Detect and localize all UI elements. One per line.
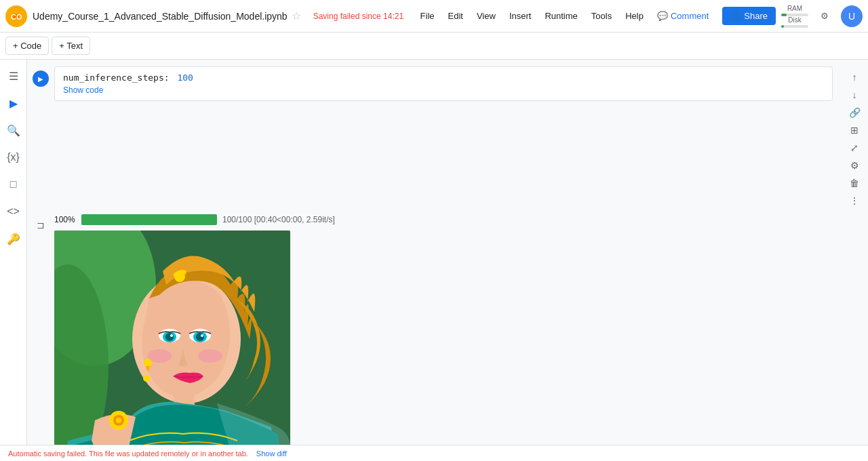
avatar[interactable]: U <box>841 5 863 27</box>
notebook-title[interactable]: Udemy_Course_1_Advanced_Stable_Diffusion… <box>33 11 288 22</box>
comment-icon: 💬 <box>657 11 668 21</box>
cell-body: num_inference_steps: 100 Show code <box>54 66 833 101</box>
colab-logo[interactable]: CO <box>5 5 27 27</box>
comment-button[interactable]: 💬 Comment <box>649 7 717 25</box>
output-gutter: ⊐ <box>27 214 54 232</box>
title-area: Udemy_Course_1_Advanced_Stable_Diffusion… <box>33 9 415 22</box>
more-cell-icon[interactable]: ⋮ <box>846 193 863 209</box>
show-diff-link[interactable]: Show diff <box>256 449 287 458</box>
menu-tools[interactable]: Tools <box>586 8 617 24</box>
star-icon[interactable]: ☆ <box>292 9 301 22</box>
top-right-controls: 💬 Comment 👤 Share RAM Disk ⚙ U <box>649 5 863 28</box>
progress-track <box>81 214 217 225</box>
progress-fill <box>81 214 217 225</box>
svg-point-18 <box>144 359 152 367</box>
toolbar: + Code + Text <box>0 33 868 60</box>
menu-view[interactable]: View <box>471 8 501 24</box>
progress-label: 100/100 [00:40<00:00, 2.59it/s] <box>222 215 335 224</box>
sidebar-secrets-icon[interactable]: 🔑 <box>3 228 24 249</box>
run-button[interactable]: ▶ <box>33 71 49 87</box>
cell-settings-icon[interactable]: ⚙ <box>846 157 863 174</box>
sidebar-code-icon[interactable]: <> <box>3 201 24 222</box>
code-value[interactable]: 100 <box>177 73 193 83</box>
output-cell: ⊐ 100% 100/100 [00:40<00:00, 2.59it/s] <box>27 213 868 445</box>
menu-file[interactable]: File <box>415 8 440 24</box>
left-sidebar: ☰ ▶ 🔍 {x} □ <> 🔑 <box>0 60 27 445</box>
share-icon: 👤 <box>730 11 741 21</box>
svg-point-10 <box>165 333 174 341</box>
sidebar-variables-icon[interactable]: {x} <box>3 146 24 168</box>
sidebar-toc-icon[interactable]: ☰ <box>3 65 24 87</box>
svg-text:CO: CO <box>11 13 22 21</box>
cell-gutter: ▶ <box>27 66 54 87</box>
svg-point-11 <box>170 334 173 337</box>
menu-edit[interactable]: Edit <box>443 8 469 24</box>
expand-output-icon[interactable]: ⊐ <box>34 218 47 232</box>
statusbar: Automatic saving failed. This file was u… <box>0 445 868 461</box>
progress-percent: 100% <box>54 215 76 224</box>
svg-point-19 <box>143 375 150 382</box>
svg-point-15 <box>201 334 203 337</box>
menu-runtime[interactable]: Runtime <box>539 8 583 24</box>
copy-cell-icon[interactable]: ⊞ <box>846 122 863 138</box>
settings-button[interactable]: ⚙ <box>814 5 835 27</box>
link-icon[interactable]: 🔗 <box>846 104 863 121</box>
move-down-icon[interactable]: ↓ <box>846 87 863 103</box>
sidebar-files-icon[interactable]: □ <box>3 174 24 195</box>
delete-cell-icon[interactable]: 🗑 <box>846 175 863 191</box>
move-up-icon[interactable]: ↑ <box>846 69 863 85</box>
progress-row: 100% 100/100 [00:40<00:00, 2.59it/s] <box>54 214 857 225</box>
code-key: num_inference_steps: <box>63 73 170 83</box>
menu-help[interactable]: Help <box>620 8 649 24</box>
sidebar-search-icon[interactable]: 🔍 <box>3 119 24 141</box>
cell-code: num_inference_steps: 100 <box>63 73 824 83</box>
ram-disk-indicator[interactable]: RAM Disk <box>781 5 808 28</box>
svg-point-32 <box>116 418 121 423</box>
status-warning-text: Automatic saving failed. This file was u… <box>8 449 248 458</box>
add-text-button[interactable]: + Text <box>52 37 90 55</box>
main-content: ▶ num_inference_steps: 100 Show code ↑ ↓… <box>27 60 868 445</box>
expand-cell-icon[interactable]: ⤢ <box>846 140 863 156</box>
menu-insert[interactable]: Insert <box>504 8 537 24</box>
show-code-link[interactable]: Show code <box>63 85 103 95</box>
saving-status: Saving failed since 14:21 <box>313 12 403 21</box>
code-cell: ▶ num_inference_steps: 100 Show code ↑ ↓… <box>27 65 868 213</box>
add-code-button[interactable]: + Code <box>5 37 49 55</box>
svg-point-14 <box>196 333 204 341</box>
output-body: 100% 100/100 [00:40<00:00, 2.59it/s] <box>54 214 857 445</box>
sidebar-run-icon[interactable]: ▶ <box>3 92 24 114</box>
generated-image <box>54 230 290 445</box>
svg-point-17 <box>198 349 222 363</box>
topbar: CO Udemy_Course_1_Advanced_Stable_Diffus… <box>0 0 868 33</box>
share-button[interactable]: 👤 Share <box>722 7 776 25</box>
menu-bar: File Edit View Insert Runtime Tools Help <box>415 8 649 24</box>
